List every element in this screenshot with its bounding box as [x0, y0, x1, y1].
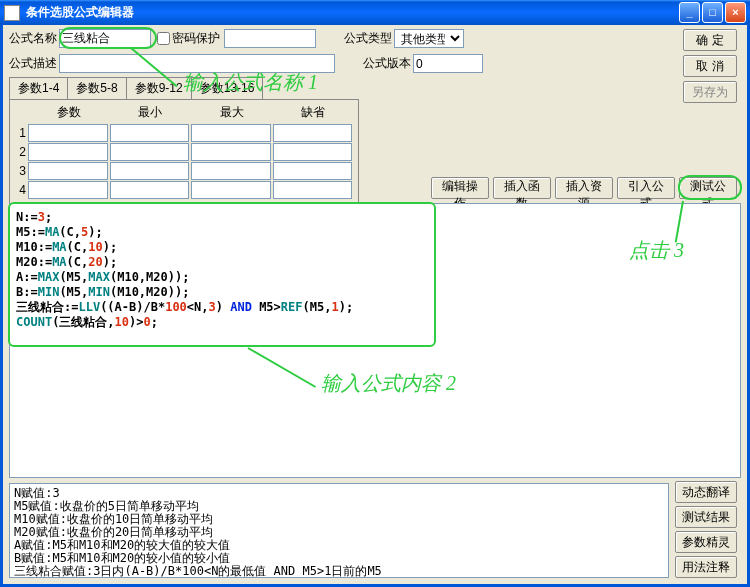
maximize-button[interactable]: □	[702, 2, 723, 23]
name-label: 公式名称	[9, 30, 57, 47]
param-row: 3	[14, 162, 354, 180]
import-formula-button[interactable]: 引入公式	[617, 177, 675, 199]
params-panel: 参数 最小 最大 缺省 1 2 3 4	[9, 99, 359, 206]
formula-type-select[interactable]: 其他类型	[394, 29, 464, 48]
insert-function-button[interactable]: 插入函数	[493, 177, 551, 199]
output-line: 三线粘合赋值:3日内(A-B)/B*100<N的最低值 AND M5>1日前的M…	[14, 565, 664, 578]
param-col-name: 参数	[28, 104, 110, 123]
type-label: 公式类型	[344, 30, 392, 47]
param-cell[interactable]	[191, 124, 271, 142]
param-cell[interactable]	[28, 181, 108, 199]
formula-desc-input[interactable]	[59, 54, 335, 73]
edit-operation-button[interactable]: 编辑操作	[431, 177, 489, 199]
param-row: 1	[14, 124, 354, 142]
param-cell[interactable]	[191, 181, 271, 199]
param-col-min: 最小	[110, 104, 192, 123]
param-cell[interactable]	[110, 143, 190, 161]
window-title: 条件选股公式编辑器	[26, 4, 134, 21]
ok-button[interactable]: 确 定	[683, 29, 737, 51]
password-protect-label: 密码保护	[172, 30, 220, 47]
param-col-default: 缺省	[273, 104, 355, 123]
params-tabs: 参数1-4 参数5-8 参数9-12 参数13-16 参数 最小 最大 缺省 1…	[9, 77, 359, 206]
param-row: 2	[14, 143, 354, 161]
test-formula-button[interactable]: 测试公式	[679, 177, 737, 199]
param-cell[interactable]	[110, 181, 190, 199]
param-row: 4	[14, 181, 354, 199]
tab-params-5-8[interactable]: 参数5-8	[67, 77, 126, 99]
param-cell[interactable]	[273, 143, 353, 161]
dynamic-translate-button[interactable]: 动态翻译	[675, 481, 737, 503]
desc-label: 公式描述	[9, 55, 57, 72]
param-cell[interactable]	[28, 124, 108, 142]
password-input[interactable]	[224, 29, 316, 48]
param-cell[interactable]	[273, 181, 353, 199]
tab-params-1-4[interactable]: 参数1-4	[9, 77, 68, 99]
formula-code-editor[interactable]: N:=3; M5:=MA(C,5); M10:=MA(C,10); M20:=M…	[9, 203, 741, 478]
usage-note-button[interactable]: 用法注释	[675, 556, 737, 578]
param-wizard-button[interactable]: 参数精灵	[675, 531, 737, 553]
tab-params-13-16[interactable]: 参数13-16	[191, 77, 264, 99]
formula-version-input[interactable]	[413, 54, 483, 73]
app-icon	[4, 5, 20, 21]
param-col-max: 最大	[191, 104, 273, 123]
param-cell[interactable]	[273, 124, 353, 142]
cancel-button[interactable]: 取 消	[683, 55, 737, 77]
ver-label: 公式版本	[363, 55, 411, 72]
insert-resource-button[interactable]: 插入资源	[555, 177, 613, 199]
param-cell[interactable]	[28, 162, 108, 180]
close-button[interactable]: ×	[725, 2, 746, 23]
minimize-button[interactable]: _	[679, 2, 700, 23]
translation-output[interactable]: N赋值:3 M5赋值:收盘价的5日简单移动平均 M10赋值:收盘价的10日简单移…	[9, 483, 669, 578]
formula-name-input[interactable]	[59, 29, 151, 48]
param-cell[interactable]	[191, 162, 271, 180]
titlebar: 条件选股公式编辑器 _ □ ×	[0, 0, 750, 25]
param-cell[interactable]	[110, 162, 190, 180]
param-cell[interactable]	[28, 143, 108, 161]
param-cell[interactable]	[110, 124, 190, 142]
saveas-button[interactable]: 另存为	[683, 81, 737, 103]
password-protect-checkbox[interactable]	[157, 32, 170, 45]
param-cell[interactable]	[191, 143, 271, 161]
test-result-button[interactable]: 测试结果	[675, 506, 737, 528]
param-cell[interactable]	[273, 162, 353, 180]
tab-params-9-12[interactable]: 参数9-12	[126, 77, 192, 99]
client-area: 公式名称 密码保护 公式类型 其他类型 公式描述 公式版本 确 定 取 消 另存…	[0, 25, 750, 587]
